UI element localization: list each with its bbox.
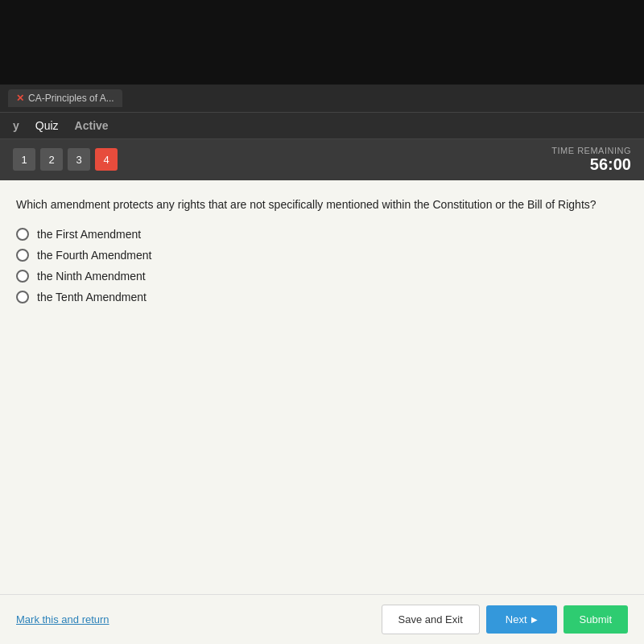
- browser-tab[interactable]: ✕ CA-Principles of A...: [8, 89, 122, 107]
- tab-title: CA-Principles of A...: [28, 93, 114, 104]
- timer-label: TIME REMAINING: [551, 146, 631, 155]
- back-label: y: [13, 119, 19, 132]
- submit-button[interactable]: Submit: [564, 605, 628, 634]
- question-number-3[interactable]: 3: [68, 148, 90, 171]
- bottom-buttons: Save and Exit Next Submit: [382, 605, 628, 634]
- bottom-bar: Mark this and return Save and Exit Next …: [0, 594, 644, 644]
- question-nav-bar: 1 2 3 4 TIME REMAINING 56:00: [0, 139, 644, 180]
- option-item-3[interactable]: the Ninth Amendment: [16, 270, 628, 283]
- nav-bar: y Quiz Active: [0, 113, 644, 139]
- option-item-1[interactable]: the First Amendment: [16, 228, 628, 241]
- option-item-2[interactable]: the Fourth Amendment: [16, 249, 628, 262]
- option-label-3: the Ninth Amendment: [37, 270, 146, 283]
- timer-value: 56:00: [551, 155, 631, 174]
- main-content: Which amendment protects any rights that…: [0, 180, 644, 567]
- options-list: the First Amendment the Fourth Amendment…: [16, 228, 628, 303]
- option-radio-1[interactable]: [16, 228, 29, 241]
- browser-bar: ✕ CA-Principles of A...: [0, 85, 644, 113]
- question-number-1[interactable]: 1: [13, 148, 35, 171]
- close-tab-icon[interactable]: ✕: [16, 93, 24, 104]
- option-item-4[interactable]: the Tenth Amendment: [16, 291, 628, 303]
- quiz-label[interactable]: Quiz: [35, 119, 59, 132]
- question-text: Which amendment protects any rights that…: [16, 196, 628, 213]
- save-exit-button[interactable]: Save and Exit: [382, 605, 480, 634]
- next-button[interactable]: Next: [486, 605, 557, 634]
- option-label-4: the Tenth Amendment: [37, 291, 147, 303]
- option-radio-2[interactable]: [16, 249, 29, 262]
- timer-section: TIME REMAINING 56:00: [551, 146, 631, 174]
- question-number-2[interactable]: 2: [40, 148, 63, 171]
- question-numbers: 1 2 3 4: [13, 148, 118, 171]
- option-radio-4[interactable]: [16, 291, 29, 303]
- option-label-2: the Fourth Amendment: [37, 249, 151, 262]
- option-label-1: the First Amendment: [37, 228, 141, 241]
- page-wrapper: ✕ CA-Principles of A... y Quiz Active 1 …: [0, 0, 644, 644]
- black-top-border: [0, 0, 644, 85]
- option-radio-3[interactable]: [16, 270, 29, 283]
- status-label: Active: [75, 119, 109, 132]
- question-number-4[interactable]: 4: [95, 148, 118, 171]
- mark-return-link[interactable]: Mark this and return: [16, 613, 109, 625]
